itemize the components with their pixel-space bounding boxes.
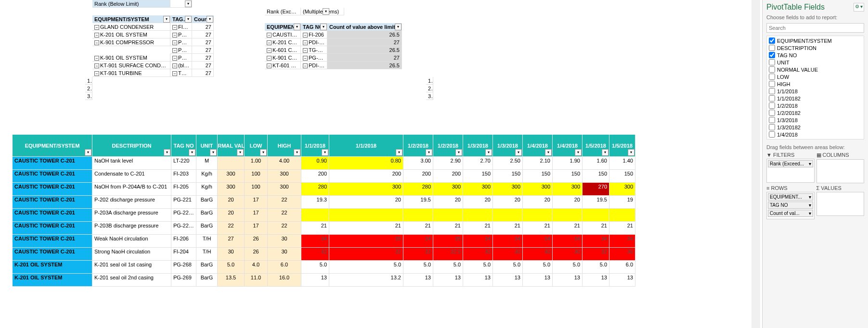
pivot2-hdr-count[interactable]: Count of value above limit bbox=[327, 23, 402, 31]
pivot2-equip[interactable]: −K-901 COMP bbox=[265, 54, 301, 62]
collapse-icon[interactable]: − bbox=[172, 56, 177, 61]
pivot2-equip[interactable]: −K-601 COMP bbox=[265, 46, 301, 54]
collapse-icon[interactable]: − bbox=[94, 25, 99, 30]
pivot1-count-filter[interactable]: ▾ bbox=[207, 16, 213, 23]
field-item[interactable]: 1/2/2018 bbox=[768, 102, 863, 109]
row-pill-count[interactable]: Count of val...▾ bbox=[768, 210, 813, 217]
collapse-icon[interactable]: − bbox=[303, 48, 308, 53]
collapse-icon[interactable]: − bbox=[267, 40, 272, 45]
collapse-icon[interactable]: − bbox=[303, 40, 308, 45]
field-item[interactable]: 1/2/20182 bbox=[768, 109, 863, 116]
pivot1-tag[interactable]: −(blank) bbox=[170, 62, 192, 69]
collapse-icon[interactable]: − bbox=[267, 63, 272, 68]
values-area[interactable]: Σ VALUES bbox=[816, 185, 865, 219]
pivot1-tag[interactable]: −FI-206 bbox=[170, 23, 192, 31]
pivot2-tag[interactable]: −FI-206 bbox=[301, 31, 327, 38]
pivot2-equip[interactable]: −CAUSTIC TOW bbox=[265, 31, 301, 38]
table-header[interactable]: 1/1/2018 bbox=[329, 135, 403, 157]
pivot2-equip[interactable]: −KT-601 TURB bbox=[265, 62, 301, 69]
pivot2-tag[interactable]: −TG-602 bbox=[301, 46, 327, 54]
collapse-icon[interactable]: − bbox=[94, 63, 99, 68]
table-filter-dropdown[interactable]: ▾ bbox=[189, 149, 195, 156]
field-checkbox[interactable] bbox=[769, 88, 775, 94]
collapse-icon[interactable]: − bbox=[172, 25, 177, 30]
rows-area[interactable]: ≡ ROWS EQUIPMENT...▾ TAG NO▾ Count of va… bbox=[766, 185, 815, 219]
field-list[interactable]: EQUIPMENT/SYSTEMDESCTRIPTIONTAG NOUNITNO… bbox=[766, 36, 864, 139]
field-checkbox[interactable] bbox=[769, 95, 775, 101]
table-filter-dropdown[interactable]: ▾ bbox=[485, 149, 492, 156]
field-item[interactable]: DESCTRIPTION bbox=[768, 44, 863, 51]
pivot2-count-filter[interactable]: ▾ bbox=[395, 24, 402, 30]
field-item[interactable]: 1/1/20182 bbox=[768, 95, 863, 102]
pivot2-rank-dropdown[interactable]: ▾ bbox=[323, 8, 329, 15]
row-pill-tagno[interactable]: TAG NO▾ bbox=[768, 202, 813, 209]
worksheet-area[interactable]: Rank (Below Limit)1▾EQUIPMENT/SYSTEM▾TAG… bbox=[0, 0, 762, 328]
field-checkbox[interactable] bbox=[769, 52, 775, 58]
pivot1-equip[interactable]: −K-901 COMPRESSOR bbox=[92, 38, 170, 46]
table-filter-dropdown[interactable]: ▾ bbox=[515, 149, 522, 156]
filters-area[interactable]: ▼ FILTERS Rank (Exceed...▾ bbox=[766, 152, 815, 183]
pivot2-tag-filter[interactable]: ▾ bbox=[320, 24, 327, 30]
field-checkbox[interactable] bbox=[769, 59, 775, 65]
collapse-icon[interactable]: − bbox=[94, 71, 99, 76]
pivot1-equip[interactable]: −KT-901 TURBINE bbox=[92, 69, 170, 77]
table-filter-dropdown[interactable]: ▾ bbox=[455, 149, 462, 156]
table-filter-dropdown[interactable]: ▾ bbox=[260, 149, 267, 156]
pivot2-tag[interactable]: −PDI-261 bbox=[301, 38, 327, 46]
collapse-icon[interactable]: − bbox=[172, 48, 177, 53]
pivot1-rank-dropdown[interactable]: ▾ bbox=[185, 0, 192, 7]
field-checkbox[interactable] bbox=[769, 110, 775, 116]
pivot1-tag[interactable]: −TG-990 bbox=[170, 69, 192, 77]
field-checkbox[interactable] bbox=[769, 124, 775, 130]
table-filter-dropdown[interactable]: ▾ bbox=[210, 149, 217, 156]
field-item[interactable]: TAG NO bbox=[768, 51, 863, 59]
collapse-icon[interactable]: − bbox=[94, 40, 99, 45]
table-filter-dropdown[interactable]: ▾ bbox=[322, 149, 328, 156]
field-checkbox[interactable] bbox=[769, 74, 775, 80]
pivot1-equip[interactable]: −KT-901 SURFACE CONDENSER SYS bbox=[92, 62, 170, 69]
field-item[interactable]: HIGH bbox=[768, 80, 863, 88]
table-filter-dropdown[interactable]: ▾ bbox=[237, 149, 244, 156]
collapse-icon[interactable]: − bbox=[267, 56, 272, 61]
collapse-icon[interactable]: − bbox=[172, 63, 177, 68]
pivot1-tag[interactable]: −PG-979 bbox=[170, 54, 192, 62]
field-item[interactable]: 1/3/20182 bbox=[768, 124, 863, 131]
pivot1-equip-filter[interactable]: ▾ bbox=[163, 16, 170, 23]
search-input[interactable] bbox=[766, 23, 864, 33]
pivot1-equip[interactable]: −K-901 OIL SYSTEM bbox=[92, 54, 170, 62]
field-checkbox[interactable] bbox=[769, 66, 775, 73]
field-checkbox[interactable] bbox=[769, 102, 775, 109]
field-item[interactable]: 1/1/2018 bbox=[768, 88, 863, 95]
pivot1-hdr-equip[interactable]: EQUIPMENT/SYSTEM bbox=[92, 15, 170, 23]
collapse-icon[interactable]: − bbox=[267, 48, 272, 53]
table-header[interactable]: DESCTRIPTION bbox=[92, 135, 171, 157]
table-filter-dropdown[interactable]: ▾ bbox=[602, 149, 609, 156]
table-filter-dropdown[interactable]: ▾ bbox=[85, 149, 91, 156]
columns-area[interactable]: ▦ COLUMNS bbox=[816, 152, 865, 183]
row-pill-equipment[interactable]: EQUIPMENT...▾ bbox=[768, 193, 813, 201]
pivot1-equip[interactable]: −GLAND CONDENSER bbox=[92, 23, 170, 31]
field-checkbox[interactable] bbox=[769, 131, 775, 138]
collapse-icon[interactable]: − bbox=[94, 33, 99, 38]
field-item[interactable]: 1/4/2018 bbox=[768, 131, 863, 138]
field-checkbox[interactable] bbox=[769, 117, 775, 123]
collapse-icon[interactable]: − bbox=[303, 63, 308, 68]
pivot2-tag[interactable]: −PG-917 bbox=[301, 54, 327, 62]
filter-pill[interactable]: Rank (Exceed...▾ bbox=[768, 160, 813, 167]
gear-icon[interactable]: ⚙ ▾ bbox=[854, 3, 864, 12]
field-checkbox[interactable] bbox=[769, 45, 775, 51]
collapse-icon[interactable]: − bbox=[303, 33, 308, 38]
table-header[interactable]: EQUIPMENT/SYSTEM bbox=[13, 135, 92, 157]
table-filter-dropdown[interactable]: ▾ bbox=[396, 149, 402, 156]
table-filter-dropdown[interactable]: ▾ bbox=[294, 149, 300, 156]
collapse-icon[interactable]: − bbox=[267, 33, 272, 38]
table-filter-dropdown[interactable]: ▾ bbox=[164, 149, 170, 156]
field-item[interactable]: EQUIPMENT/SYSTEM bbox=[768, 37, 863, 44]
table-filter-dropdown[interactable]: ▾ bbox=[628, 149, 635, 156]
field-item[interactable]: LOW bbox=[768, 73, 863, 80]
field-item[interactable]: NORMAL VALUE bbox=[768, 66, 863, 73]
field-checkbox[interactable] bbox=[769, 38, 775, 44]
collapse-icon[interactable]: − bbox=[172, 40, 177, 45]
pivot2-equip-filter[interactable]: ▾ bbox=[294, 24, 300, 30]
collapse-icon[interactable]: − bbox=[172, 33, 177, 38]
